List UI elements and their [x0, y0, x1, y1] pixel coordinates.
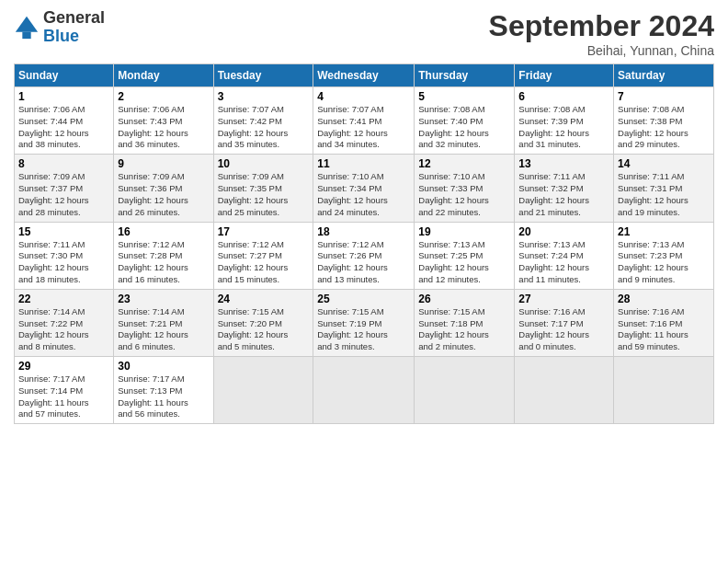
table-row: 2Sunrise: 7:06 AM Sunset: 7:43 PM Daylig…	[114, 87, 213, 155]
table-row: 10Sunrise: 7:09 AM Sunset: 7:35 PM Dayli…	[213, 155, 313, 222]
day-info: Sunrise: 7:09 AM Sunset: 7:36 PM Dayligh…	[118, 171, 209, 218]
day-info: Sunrise: 7:14 AM Sunset: 7:22 PM Dayligh…	[18, 306, 109, 353]
table-row: 24Sunrise: 7:15 AM Sunset: 7:20 PM Dayli…	[213, 289, 313, 356]
calendar-row: 1Sunrise: 7:06 AM Sunset: 7:44 PM Daylig…	[15, 87, 714, 155]
day-number: 5	[418, 90, 510, 103]
table-row: 23Sunrise: 7:14 AM Sunset: 7:21 PM Dayli…	[114, 289, 213, 356]
table-row: 3Sunrise: 7:07 AM Sunset: 7:42 PM Daylig…	[213, 87, 313, 155]
day-number: 26	[418, 293, 510, 305]
col-thu: Thursday	[415, 64, 515, 87]
svg-rect-1	[22, 31, 30, 38]
day-number: 29	[18, 360, 109, 373]
day-info: Sunrise: 7:15 AM Sunset: 7:19 PM Dayligh…	[317, 306, 410, 353]
calendar-row: 22Sunrise: 7:14 AM Sunset: 7:22 PM Dayli…	[15, 289, 714, 356]
day-info: Sunrise: 7:16 AM Sunset: 7:16 PM Dayligh…	[618, 306, 710, 353]
day-info: Sunrise: 7:09 AM Sunset: 7:35 PM Dayligh…	[218, 171, 310, 218]
day-info: Sunrise: 7:11 AM Sunset: 7:31 PM Dayligh…	[618, 171, 710, 218]
day-number: 27	[518, 293, 609, 305]
header-row: Sunday Monday Tuesday Wednesday Thursday…	[15, 64, 714, 87]
table-row: 4Sunrise: 7:07 AM Sunset: 7:41 PM Daylig…	[313, 87, 415, 155]
day-number: 2	[118, 90, 209, 103]
day-number: 30	[118, 360, 209, 373]
table-row: 22Sunrise: 7:14 AM Sunset: 7:22 PM Dayli…	[15, 289, 114, 356]
table-row: 9Sunrise: 7:09 AM Sunset: 7:36 PM Daylig…	[114, 155, 213, 222]
page-container: General Blue September 2024 Beihai, Yunn…	[0, 0, 728, 433]
day-number: 4	[317, 90, 410, 103]
table-row: 11Sunrise: 7:10 AM Sunset: 7:34 PM Dayli…	[313, 155, 415, 222]
day-info: Sunrise: 7:09 AM Sunset: 7:37 PM Dayligh…	[18, 171, 109, 218]
day-info: Sunrise: 7:10 AM Sunset: 7:34 PM Dayligh…	[317, 171, 410, 218]
day-info: Sunrise: 7:13 AM Sunset: 7:24 PM Dayligh…	[518, 239, 609, 286]
day-info: Sunrise: 7:17 AM Sunset: 7:14 PM Dayligh…	[18, 373, 109, 420]
table-row: 5Sunrise: 7:08 AM Sunset: 7:40 PM Daylig…	[415, 87, 515, 155]
day-number: 12	[418, 157, 510, 170]
day-number: 13	[518, 157, 609, 170]
day-number: 17	[218, 225, 310, 238]
logo-line2: Blue	[43, 28, 105, 46]
logo-text: General Blue	[43, 9, 105, 46]
day-number: 18	[317, 225, 410, 238]
day-number: 7	[618, 90, 710, 103]
day-info: Sunrise: 7:08 AM Sunset: 7:39 PM Dayligh…	[518, 104, 609, 151]
day-info: Sunrise: 7:13 AM Sunset: 7:25 PM Dayligh…	[418, 239, 510, 286]
table-row: 30Sunrise: 7:17 AM Sunset: 7:13 PM Dayli…	[114, 357, 213, 424]
day-number: 3	[218, 90, 310, 103]
day-info: Sunrise: 7:17 AM Sunset: 7:13 PM Dayligh…	[118, 373, 209, 420]
day-number: 16	[118, 225, 209, 238]
day-number: 20	[518, 225, 609, 238]
day-number: 8	[18, 157, 109, 170]
day-number: 28	[618, 293, 710, 305]
table-row: 17Sunrise: 7:12 AM Sunset: 7:27 PM Dayli…	[213, 222, 313, 289]
day-info: Sunrise: 7:08 AM Sunset: 7:38 PM Dayligh…	[618, 104, 710, 151]
table-row: 27Sunrise: 7:16 AM Sunset: 7:17 PM Dayli…	[515, 289, 614, 356]
day-number: 10	[218, 157, 310, 170]
table-row: 26Sunrise: 7:15 AM Sunset: 7:18 PM Dayli…	[415, 289, 515, 356]
calendar-table: Sunday Monday Tuesday Wednesday Thursday…	[14, 63, 714, 424]
day-info: Sunrise: 7:06 AM Sunset: 7:44 PM Dayligh…	[18, 104, 109, 151]
col-tue: Tuesday	[213, 64, 313, 87]
table-row: 21Sunrise: 7:13 AM Sunset: 7:23 PM Dayli…	[614, 222, 714, 289]
table-row	[515, 357, 614, 424]
table-row: 20Sunrise: 7:13 AM Sunset: 7:24 PM Dayli…	[515, 222, 614, 289]
table-row: 28Sunrise: 7:16 AM Sunset: 7:16 PM Dayli…	[614, 289, 714, 356]
table-row: 7Sunrise: 7:08 AM Sunset: 7:38 PM Daylig…	[614, 87, 714, 155]
day-number: 11	[317, 157, 410, 170]
day-info: Sunrise: 7:08 AM Sunset: 7:40 PM Dayligh…	[418, 104, 510, 151]
table-row	[213, 357, 313, 424]
table-row: 14Sunrise: 7:11 AM Sunset: 7:31 PM Dayli…	[614, 155, 714, 222]
table-row: 13Sunrise: 7:11 AM Sunset: 7:32 PM Dayli…	[515, 155, 614, 222]
day-info: Sunrise: 7:11 AM Sunset: 7:32 PM Dayligh…	[518, 171, 609, 218]
day-info: Sunrise: 7:14 AM Sunset: 7:21 PM Dayligh…	[118, 306, 209, 353]
day-number: 15	[18, 225, 109, 238]
calendar-row: 29Sunrise: 7:17 AM Sunset: 7:14 PM Dayli…	[15, 357, 714, 424]
day-number: 25	[317, 293, 410, 305]
day-info: Sunrise: 7:15 AM Sunset: 7:20 PM Dayligh…	[218, 306, 310, 353]
logo-line1: General	[43, 9, 105, 28]
day-info: Sunrise: 7:07 AM Sunset: 7:41 PM Dayligh…	[317, 104, 410, 151]
day-number: 23	[118, 293, 209, 305]
day-info: Sunrise: 7:12 AM Sunset: 7:26 PM Dayligh…	[317, 239, 410, 286]
col-sat: Saturday	[614, 64, 714, 87]
day-number: 19	[418, 225, 510, 238]
table-row: 29Sunrise: 7:17 AM Sunset: 7:14 PM Dayli…	[15, 357, 114, 424]
col-sun: Sunday	[15, 64, 114, 87]
day-number: 22	[18, 293, 109, 305]
month-title: September 2024	[489, 9, 714, 43]
col-wed: Wednesday	[313, 64, 415, 87]
day-number: 1	[18, 90, 109, 103]
day-number: 14	[618, 157, 710, 170]
day-number: 6	[518, 90, 609, 103]
logo-icon	[14, 15, 40, 40]
table-row: 16Sunrise: 7:12 AM Sunset: 7:28 PM Dayli…	[114, 222, 213, 289]
day-info: Sunrise: 7:13 AM Sunset: 7:23 PM Dayligh…	[618, 239, 710, 286]
calendar-body: 1Sunrise: 7:06 AM Sunset: 7:44 PM Daylig…	[15, 87, 714, 424]
table-row	[614, 357, 714, 424]
day-number: 21	[618, 225, 710, 238]
day-info: Sunrise: 7:07 AM Sunset: 7:42 PM Dayligh…	[218, 104, 310, 151]
location-subtitle: Beihai, Yunnan, China	[489, 43, 714, 58]
table-row: 8Sunrise: 7:09 AM Sunset: 7:37 PM Daylig…	[15, 155, 114, 222]
title-area: September 2024 Beihai, Yunnan, China	[489, 9, 714, 58]
col-fri: Friday	[515, 64, 614, 87]
col-mon: Monday	[114, 64, 213, 87]
table-row: 19Sunrise: 7:13 AM Sunset: 7:25 PM Dayli…	[415, 222, 515, 289]
